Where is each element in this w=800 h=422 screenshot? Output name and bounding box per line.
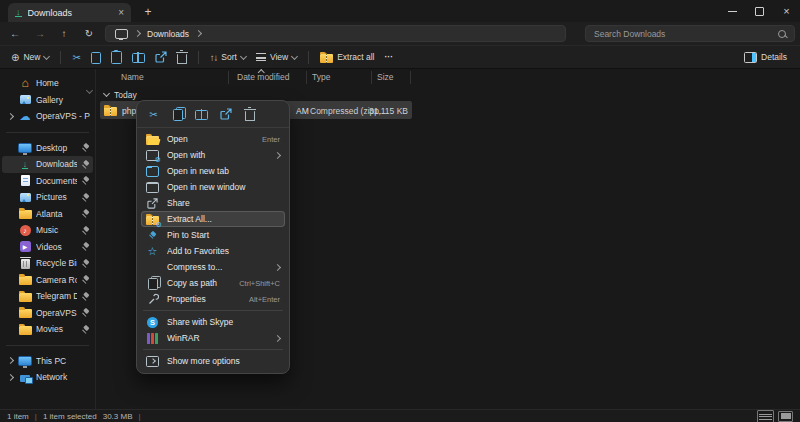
recycle-bin-icon bbox=[21, 259, 30, 269]
menu-item-pin-to-start[interactable]: Pin to Start bbox=[141, 227, 285, 243]
details-pane-button[interactable]: Details bbox=[739, 47, 792, 67]
cut-button[interactable]: ✂ bbox=[67, 47, 85, 67]
thumbnail-view-button[interactable] bbox=[778, 411, 793, 422]
address-bar[interactable]: Downloads bbox=[105, 25, 566, 42]
chevron-right-icon[interactable] bbox=[6, 113, 13, 120]
menu-item-share-with-skype[interactable]: S Share with Skype bbox=[141, 314, 285, 330]
column-header-type[interactable]: Type bbox=[312, 72, 330, 82]
menu-item-add-to-favorites[interactable]: ☆ Add to Favorites bbox=[141, 243, 285, 259]
sidebar-item-this-pc[interactable]: This PC bbox=[2, 353, 93, 370]
rename-button[interactable] bbox=[127, 47, 150, 67]
details-label: Details bbox=[761, 52, 787, 62]
menu-item-open-with[interactable]: ⚙ Open with bbox=[141, 147, 285, 163]
menu-item-copy-as-path[interactable]: Copy as path Ctrl+Shift+C bbox=[141, 275, 285, 291]
sidebar-item-videos[interactable]: ▶ Videos bbox=[2, 239, 93, 256]
delete-button[interactable] bbox=[241, 106, 258, 123]
share-button[interactable] bbox=[217, 106, 234, 123]
tab-close-icon[interactable]: × bbox=[118, 8, 124, 18]
chevron-down-icon[interactable] bbox=[103, 90, 110, 97]
more-options-icon bbox=[146, 356, 159, 367]
view-lines-icon bbox=[256, 53, 266, 61]
new-button[interactable]: ⊕ New bbox=[6, 47, 54, 67]
sidebar-item-pictures[interactable]: Pictures bbox=[2, 189, 93, 206]
search-box[interactable] bbox=[585, 25, 795, 42]
tab-downloads[interactable]: ↓ Downloads × bbox=[8, 3, 131, 22]
breadcrumb-chevron-icon[interactable] bbox=[134, 30, 141, 37]
extract-all-label: Extract all bbox=[337, 52, 374, 62]
delete-button[interactable] bbox=[172, 47, 192, 67]
back-button[interactable]: ← bbox=[6, 26, 24, 41]
column-header-name[interactable]: Name bbox=[121, 72, 144, 82]
menu-item-open[interactable]: Open Enter bbox=[141, 131, 285, 147]
share-button[interactable] bbox=[150, 47, 172, 67]
menu-separator bbox=[143, 310, 283, 311]
sidebar-item-recycle-bin[interactable]: Recycle Bin bbox=[2, 255, 93, 272]
sidebar-item-network[interactable]: Network bbox=[2, 369, 93, 386]
sidebar-item-telegram-desktop[interactable]: Telegram Desktop bbox=[2, 288, 93, 305]
view-button[interactable]: View bbox=[251, 47, 302, 67]
search-icon bbox=[778, 30, 786, 38]
group-today[interactable]: Today bbox=[97, 88, 137, 101]
menu-item-properties[interactable]: Properties Alt+Enter bbox=[141, 291, 285, 307]
extract-all-button[interactable]: Extract all bbox=[315, 47, 379, 67]
chevron-right-icon[interactable] bbox=[6, 357, 13, 364]
chevron-down-icon bbox=[240, 52, 247, 59]
sidebar-item-atlanta[interactable]: Atlanta bbox=[2, 206, 93, 223]
sidebar-item-operavps[interactable]: OperaVPS bbox=[2, 305, 93, 322]
home-icon: ⌂ bbox=[21, 78, 28, 89]
breadcrumb-chevron-icon[interactable] bbox=[195, 30, 202, 37]
command-bar: ⊕ New ✂ ↑↓ Sort View Extract all bbox=[0, 45, 800, 69]
column-header-size[interactable]: Size bbox=[377, 72, 394, 82]
see-more-button[interactable]: ··· bbox=[380, 47, 399, 67]
paste-button[interactable] bbox=[106, 47, 127, 67]
up-button[interactable]: ↑ bbox=[55, 26, 73, 41]
menu-item-extract-all[interactable]: ⚙ Extract All... bbox=[141, 211, 285, 227]
sidebar-item-home[interactable]: ⌂ Home bbox=[2, 75, 93, 92]
sidebar-item-music[interactable]: ♪ Music bbox=[2, 222, 93, 239]
close-button[interactable]: × bbox=[773, 0, 800, 22]
new-tab-button[interactable]: + bbox=[140, 4, 156, 20]
details-view-button[interactable] bbox=[757, 410, 774, 422]
maximize-restore-button[interactable] bbox=[746, 0, 773, 22]
context-menu: ✂ Open Enter ⚙ Open with bbox=[136, 100, 290, 374]
cut-button[interactable]: ✂ bbox=[145, 106, 162, 123]
sidebar-item-camera-roll[interactable]: Camera Roll bbox=[2, 272, 93, 289]
pin-icon bbox=[81, 143, 90, 152]
sidebar-item-movies[interactable]: Movies bbox=[2, 321, 93, 338]
sidebar-item-operavps-personal[interactable]: ☁ OperaVPS - Personal bbox=[2, 108, 93, 125]
folder-icon bbox=[19, 293, 32, 302]
menu-item-show-more-options[interactable]: Show more options bbox=[141, 353, 285, 369]
submenu-chevron-icon bbox=[274, 263, 281, 270]
breadcrumb-downloads[interactable]: Downloads bbox=[147, 29, 189, 39]
search-input[interactable] bbox=[594, 29, 778, 39]
sidebar-item-gallery[interactable]: Gallery bbox=[2, 92, 93, 109]
toolbar-separator bbox=[198, 51, 199, 64]
videos-icon: ▶ bbox=[20, 241, 31, 252]
column-header-date-modified[interactable]: Date modified bbox=[237, 72, 289, 82]
sidebar-item-downloads[interactable]: ↓ Downloads bbox=[2, 156, 93, 173]
rename-icon bbox=[132, 53, 145, 63]
sort-button[interactable]: ↑↓ Sort bbox=[205, 47, 251, 67]
copy-button[interactable] bbox=[86, 47, 106, 67]
copy-button[interactable] bbox=[169, 106, 186, 123]
menu-item-share[interactable]: Share bbox=[141, 195, 285, 211]
documents-icon bbox=[21, 175, 30, 186]
rename-button[interactable] bbox=[193, 106, 210, 123]
selection-count: 1 item selected bbox=[43, 412, 97, 421]
chevron-right-icon[interactable] bbox=[6, 374, 13, 381]
forward-button[interactable]: → bbox=[31, 26, 49, 41]
sidebar-item-desktop[interactable]: Desktop bbox=[2, 140, 93, 157]
menu-item-open-in-new-window[interactable]: Open in new window bbox=[141, 179, 285, 195]
share-icon bbox=[147, 198, 158, 209]
sidebar-separator bbox=[6, 132, 89, 133]
gallery-icon bbox=[20, 95, 31, 104]
minimize-button[interactable] bbox=[719, 0, 746, 22]
menu-item-open-in-new-tab[interactable]: Open in new tab bbox=[141, 163, 285, 179]
refresh-button[interactable]: ↻ bbox=[80, 26, 98, 41]
menu-item-compress-to[interactable]: Compress to... bbox=[141, 259, 285, 275]
menu-item-winrar[interactable]: WinRAR bbox=[141, 330, 285, 346]
sidebar-item-documents[interactable]: Documents bbox=[2, 173, 93, 190]
sidebar-separator bbox=[6, 345, 89, 346]
sort-arrows-icon: ↑↓ bbox=[210, 52, 218, 63]
folder-icon bbox=[19, 276, 32, 285]
